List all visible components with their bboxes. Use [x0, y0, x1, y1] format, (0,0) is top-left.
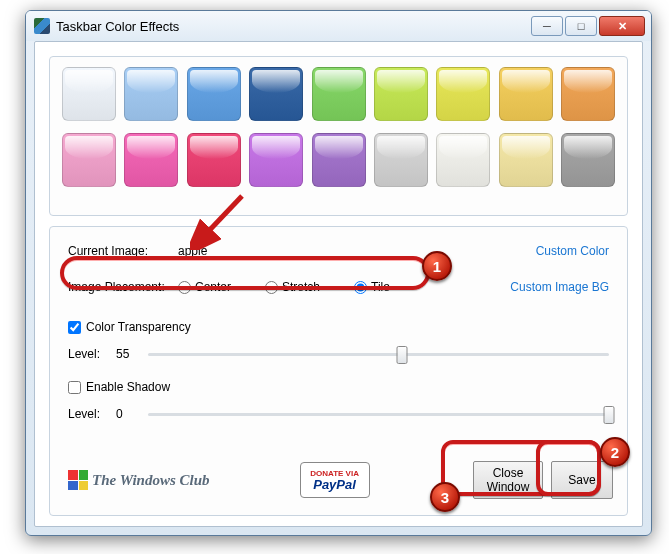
placement-tile-radio[interactable]: [354, 281, 367, 294]
windows-club-logo[interactable]: The Windows Club: [68, 470, 210, 490]
color-swatch[interactable]: [124, 133, 178, 187]
app-window: Taskbar Color Effects ─ □ ✕ Current Imag…: [25, 10, 652, 536]
close-window-button[interactable]: Close Window: [473, 461, 543, 499]
color-transparency-checkbox[interactable]: Color Transparency: [68, 320, 191, 334]
color-swatch[interactable]: [249, 67, 303, 121]
annotation-badge-3: 3: [430, 482, 460, 512]
color-swatch[interactable]: [561, 67, 615, 121]
color-swatch[interactable]: [436, 67, 490, 121]
color-swatch[interactable]: [62, 67, 116, 121]
color-swatch[interactable]: [436, 133, 490, 187]
image-placement-label: Image Placement:: [68, 280, 178, 294]
color-swatch[interactable]: [561, 133, 615, 187]
color-palette-panel: [49, 56, 628, 216]
custom-color-link[interactable]: Custom Color: [536, 244, 609, 258]
placement-stretch-radio[interactable]: [265, 281, 278, 294]
color-swatch[interactable]: [374, 67, 428, 121]
annotation-badge-2: 2: [600, 437, 630, 467]
color-swatch[interactable]: [312, 67, 366, 121]
placement-center-option[interactable]: Center: [178, 280, 231, 294]
color-swatch[interactable]: [499, 67, 553, 121]
enable-shadow-checkbox[interactable]: Enable Shadow: [68, 380, 170, 394]
shadow-slider-thumb[interactable]: [604, 406, 615, 424]
transparency-level-value: 55: [116, 347, 148, 361]
image-placement-group: Center Stretch Tile: [178, 280, 390, 294]
color-swatch[interactable]: [62, 133, 116, 187]
save-button[interactable]: Save: [551, 461, 613, 499]
current-image-value: apple: [178, 244, 207, 258]
color-swatch[interactable]: [249, 133, 303, 187]
settings-panel: Current Image: apple Custom Color Image …: [49, 226, 628, 516]
placement-tile-option[interactable]: Tile: [354, 280, 390, 294]
current-image-label: Current Image:: [68, 244, 178, 258]
color-swatch[interactable]: [187, 133, 241, 187]
transparency-slider[interactable]: [148, 345, 609, 363]
swatch-row-1: [62, 67, 615, 121]
color-transparency-input[interactable]: [68, 321, 81, 334]
shadow-slider[interactable]: [148, 405, 609, 423]
swatch-row-2: [62, 133, 615, 187]
titlebar[interactable]: Taskbar Color Effects ─ □ ✕: [26, 11, 651, 41]
color-swatch[interactable]: [499, 133, 553, 187]
app-icon: [34, 18, 50, 34]
color-swatch[interactable]: [124, 67, 178, 121]
shadow-level-value: 0: [116, 407, 148, 421]
footer-row: The Windows Club DONATE VIA PayPal Close…: [68, 455, 613, 505]
paypal-donate-button[interactable]: DONATE VIA PayPal: [300, 462, 370, 498]
color-swatch[interactable]: [374, 133, 428, 187]
placement-stretch-option[interactable]: Stretch: [265, 280, 320, 294]
color-swatch[interactable]: [187, 67, 241, 121]
windows-flag-icon: [68, 470, 88, 490]
maximize-button[interactable]: □: [565, 16, 597, 36]
shadow-level-label: Level:: [68, 407, 116, 421]
transparency-slider-thumb[interactable]: [396, 346, 407, 364]
custom-image-bg-link[interactable]: Custom Image BG: [510, 280, 609, 294]
window-title: Taskbar Color Effects: [56, 19, 529, 34]
color-swatch[interactable]: [312, 133, 366, 187]
enable-shadow-input[interactable]: [68, 381, 81, 394]
annotation-badge-1: 1: [422, 251, 452, 281]
transparency-level-label: Level:: [68, 347, 116, 361]
minimize-button[interactable]: ─: [531, 16, 563, 36]
close-button[interactable]: ✕: [599, 16, 645, 36]
client-area: Current Image: apple Custom Color Image …: [34, 41, 643, 527]
placement-center-radio[interactable]: [178, 281, 191, 294]
